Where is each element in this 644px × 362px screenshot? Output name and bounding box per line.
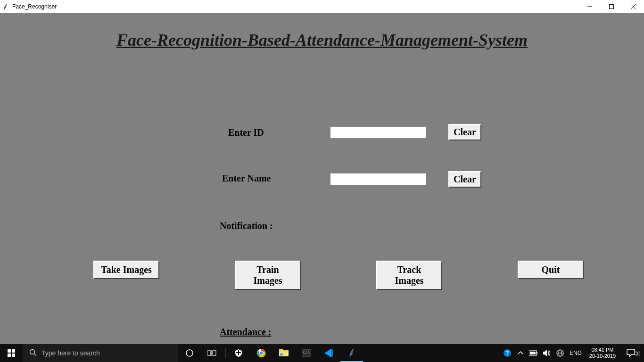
file-explorer-icon[interactable] <box>272 344 295 362</box>
tk-feather-icon <box>3 3 9 10</box>
system-tray: ? ENG 08:41 PM 20-10-2019 2 <box>501 344 644 362</box>
svg-point-33 <box>559 350 561 356</box>
svg-point-32 <box>557 350 563 356</box>
svg-rect-15 <box>238 350 239 355</box>
taskbar-search-placeholder: Type here to search <box>41 349 100 357</box>
volume-icon[interactable] <box>540 349 553 357</box>
window-minimize-button[interactable] <box>579 0 601 13</box>
train-images-button[interactable]: Train Images <box>235 261 301 290</box>
cmd-icon[interactable]: C:\ <box>295 344 318 362</box>
start-button[interactable] <box>0 344 23 362</box>
svg-rect-25 <box>302 349 311 357</box>
python-tk-taskbar-icon[interactable] <box>340 344 363 362</box>
tray-overflow-icon[interactable] <box>514 350 527 356</box>
taskbar-pinned: C:\ <box>178 344 363 362</box>
svg-line-3 <box>631 4 636 9</box>
svg-rect-7 <box>12 354 15 357</box>
svg-point-20 <box>259 351 263 355</box>
task-view-icon[interactable] <box>201 344 223 362</box>
svg-rect-12 <box>213 351 216 355</box>
window-titlebar: Face_Recogniser <box>0 0 644 13</box>
clock-time: 08:41 PM <box>591 347 613 353</box>
svg-point-8 <box>30 349 35 354</box>
window-maximize-button[interactable] <box>601 0 622 13</box>
svg-rect-23 <box>279 352 289 356</box>
svg-rect-16 <box>236 352 241 353</box>
take-images-button[interactable]: Take Images <box>93 261 159 279</box>
svg-rect-22 <box>279 349 283 351</box>
svg-rect-24 <box>280 354 283 355</box>
separator <box>223 344 227 362</box>
quit-button[interactable]: Quit <box>518 261 584 279</box>
track-images-button[interactable]: Track Images <box>376 261 442 290</box>
svg-text:?: ? <box>505 350 509 356</box>
language-indicator[interactable]: ENG <box>567 350 585 356</box>
label-enter-name: Enter Name <box>222 173 271 184</box>
svg-point-19 <box>259 351 263 355</box>
svg-point-18 <box>257 349 265 357</box>
help-icon[interactable]: ? <box>501 349 514 357</box>
notifications-badge: 2 <box>635 351 640 356</box>
network-icon[interactable] <box>553 349 567 357</box>
svg-rect-1 <box>610 5 614 9</box>
label-attendance: Attendance : <box>220 327 271 337</box>
svg-rect-5 <box>12 349 15 353</box>
taskbar: Type here to search C:\ <box>0 344 644 362</box>
clear-id-button[interactable]: Clear <box>448 124 481 140</box>
taskbar-search[interactable]: Type here to search <box>23 344 178 362</box>
svg-rect-29 <box>529 351 537 355</box>
svg-rect-31 <box>530 352 536 354</box>
app-canvas: Face-Recognition-Based-Attendance-Manage… <box>0 13 644 344</box>
action-center-icon[interactable]: 2 <box>620 349 641 357</box>
cortana-icon[interactable] <box>178 344 201 362</box>
svg-text:C:\: C:\ <box>303 351 310 355</box>
svg-rect-11 <box>207 351 211 355</box>
name-field[interactable] <box>330 173 426 185</box>
page-title: Face-Recognition-Based-Attendance-Manage… <box>0 30 644 50</box>
svg-rect-6 <box>8 354 11 357</box>
chrome-icon[interactable] <box>250 344 272 362</box>
svg-rect-21 <box>279 350 289 356</box>
search-icon <box>29 349 37 358</box>
id-field[interactable] <box>330 126 426 139</box>
windows-defender-icon[interactable] <box>227 344 250 362</box>
label-notification: Notification : <box>220 221 273 231</box>
svg-line-2 <box>631 4 636 9</box>
svg-rect-4 <box>8 349 11 353</box>
window-close-button[interactable] <box>622 0 644 13</box>
clock-date: 20-10-2019 <box>589 353 616 359</box>
battery-icon[interactable] <box>527 350 540 356</box>
svg-rect-30 <box>537 352 537 354</box>
taskbar-clock[interactable]: 08:41 PM 20-10-2019 <box>585 347 620 359</box>
label-enter-id: Enter ID <box>228 127 264 138</box>
svg-point-17 <box>257 349 265 357</box>
svg-point-27 <box>504 349 511 357</box>
clear-name-button[interactable]: Clear <box>448 171 481 188</box>
window-title: Face_Recogniser <box>12 3 57 10</box>
svg-point-10 <box>186 350 193 356</box>
svg-line-9 <box>34 354 37 356</box>
vscode-icon[interactable] <box>318 344 340 362</box>
